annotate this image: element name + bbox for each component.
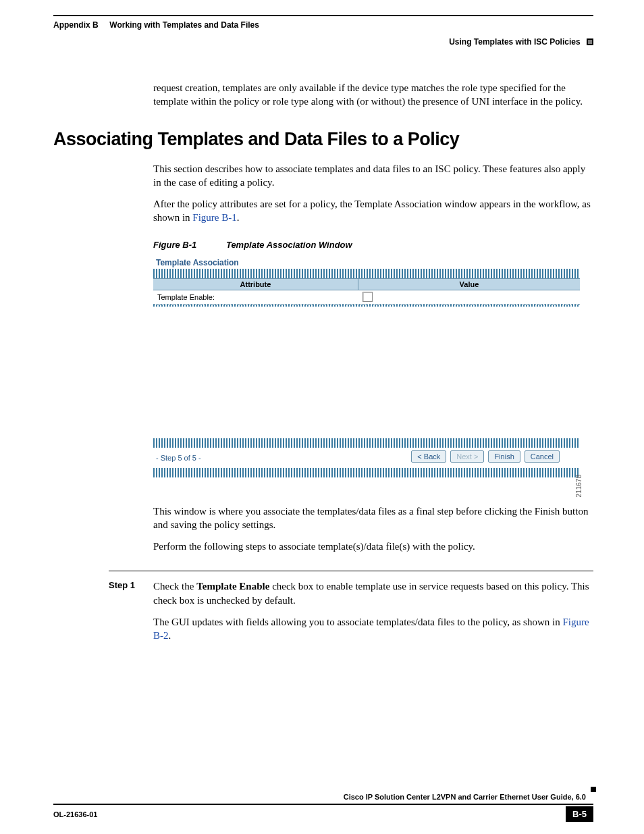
intro-paragraph-2: After the policy attributes are set for … (153, 197, 593, 225)
section-heading: Associating Templates and Data Files to … (53, 129, 593, 150)
table-header: Attribute Value (153, 278, 580, 290)
figure-number: Figure B-1 (153, 240, 196, 250)
next-button: Next > (450, 450, 484, 463)
table-row: Template Enable: (153, 290, 580, 305)
step-1-label: Step 1 (109, 579, 153, 650)
page-number: B-5 (566, 806, 593, 822)
page-footer: Cisco IP Solution Center L2VPN and Carri… (53, 793, 593, 822)
finish-button[interactable]: Finish (488, 450, 520, 463)
step-divider (109, 571, 593, 571)
col-attribute: Attribute (153, 279, 358, 290)
template-enable-checkbox[interactable] (363, 292, 373, 302)
header-marker-icon (587, 38, 593, 45)
after-figure-p1: This window is where you associate the t… (153, 504, 593, 532)
lead-in-paragraph: request creation, templates are only ava… (153, 81, 593, 109)
decorative-stripe: < Back Next > Finish Cancel (153, 468, 580, 477)
doc-id: OL-21636-01 (53, 810, 97, 818)
guide-title: Cisco IP Solution Center L2VPN and Carri… (344, 793, 586, 801)
figure-caption: Figure B-1 Template Association Window (153, 240, 593, 250)
figure-id: 211678 (575, 475, 583, 497)
figure-b1: Template Association Attribute Value Tem… (153, 257, 580, 477)
figure-b1-link[interactable]: Figure B-1 (192, 212, 236, 223)
table-body-empty (153, 307, 580, 438)
step-1-block: Step 1 Check the Template Enable check b… (109, 579, 593, 650)
step-1-text-2: The GUI updates with fields allowing you… (153, 615, 593, 643)
attr-template-enable: Template Enable: (153, 290, 358, 304)
intro-paragraph-1: This section describes how to associate … (153, 162, 593, 190)
section-header: Using Templates with ISC Policies (449, 37, 593, 47)
decorative-stripe (153, 269, 580, 278)
section-title: Using Templates with ISC Policies (449, 37, 581, 47)
step-1-text-1: Check the Template Enable check box to e… (153, 579, 593, 607)
window-title: Template Association (153, 257, 580, 269)
template-enable-bold: Template Enable (196, 581, 269, 592)
after-figure-p2: Perform the following steps to associate… (153, 540, 593, 553)
back-button[interactable]: < Back (411, 450, 446, 463)
page-header: Appendix B Working with Templates and Da… (53, 15, 593, 30)
appendix-label: Appendix B (53, 20, 99, 30)
decorative-stripe (153, 438, 580, 448)
cancel-button[interactable]: Cancel (525, 450, 560, 463)
step-indicator: - Step 5 of 5 - (153, 454, 201, 462)
col-value: Value (358, 279, 580, 290)
footer-marker-icon (591, 787, 596, 792)
figure-title: Template Association Window (226, 240, 352, 250)
chapter-title: Working with Templates and Data Files (109, 20, 259, 30)
